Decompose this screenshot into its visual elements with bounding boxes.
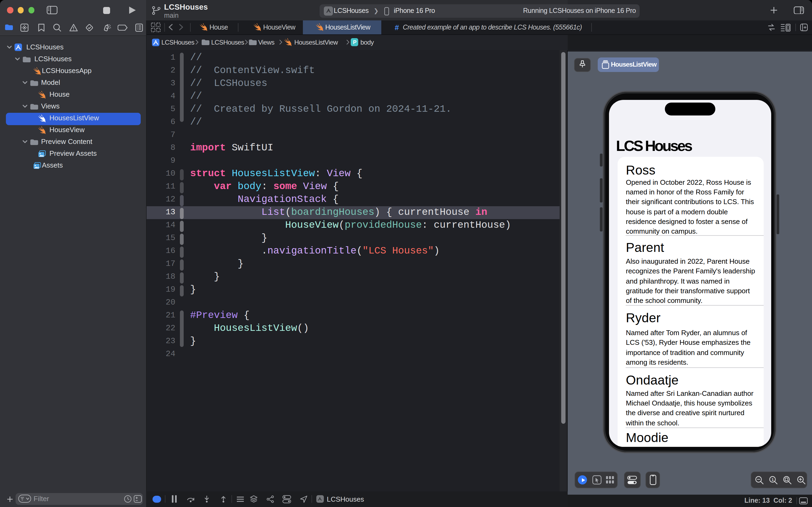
svg-text:1: 1 (771, 477, 773, 482)
